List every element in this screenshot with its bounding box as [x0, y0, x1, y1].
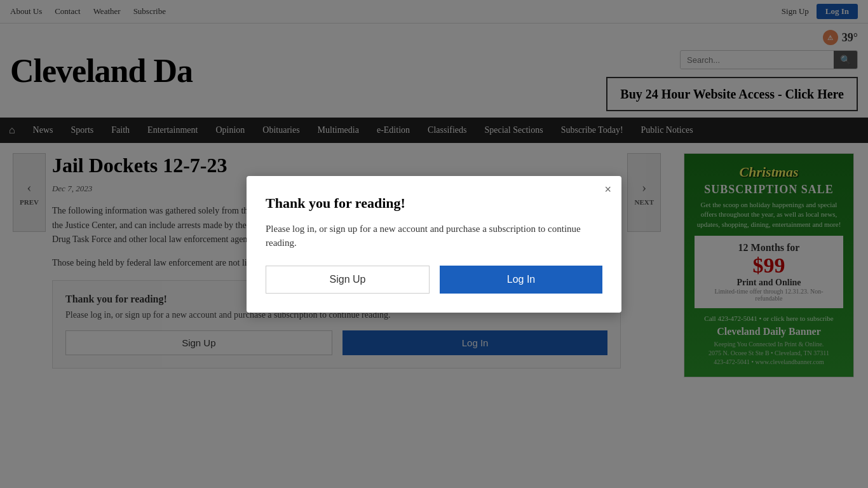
modal-title: Thank you for reading!	[266, 195, 602, 212]
modal-overlay[interactable]: × Thank you for reading! Please log in, …	[0, 0, 868, 397]
modal-login-button[interactable]: Log In	[440, 266, 602, 294]
modal-body: Please log in, or sign up for a new acco…	[266, 222, 602, 250]
modal-signup-button[interactable]: Sign Up	[266, 266, 430, 294]
modal-buttons: Sign Up Log In	[266, 266, 602, 294]
modal-dialog: × Thank you for reading! Please log in, …	[247, 176, 621, 313]
modal-close-button[interactable]: ×	[604, 184, 611, 195]
